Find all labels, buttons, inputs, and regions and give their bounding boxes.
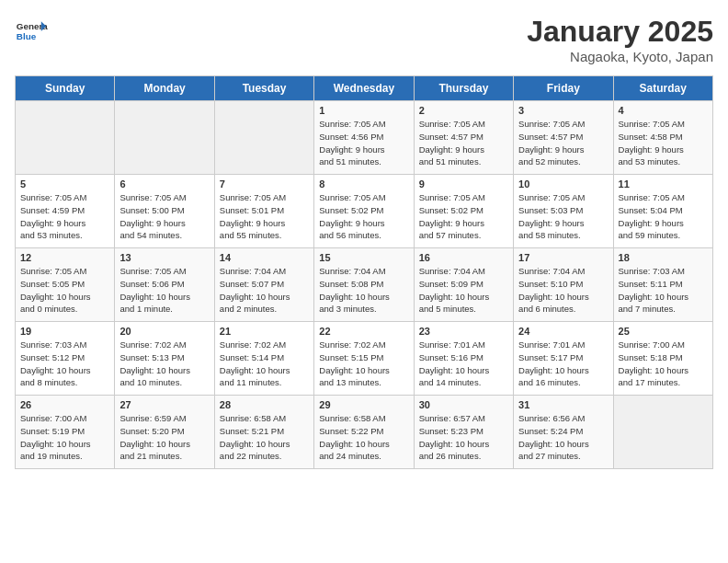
weekday-header-cell: Sunday	[16, 76, 115, 101]
day-info: Sunrise: 7:04 AM Sunset: 5:09 PM Dayligh…	[419, 265, 508, 316]
calendar-day-cell: 20Sunrise: 7:02 AM Sunset: 5:13 PM Dayli…	[115, 322, 214, 396]
day-info: Sunrise: 7:02 AM Sunset: 5:15 PM Dayligh…	[319, 339, 408, 389]
day-number: 26	[20, 399, 109, 410]
day-info: Sunrise: 7:04 AM Sunset: 5:08 PM Dayligh…	[319, 265, 408, 316]
day-info: Sunrise: 7:02 AM Sunset: 5:14 PM Dayligh…	[220, 339, 309, 389]
day-info: Sunrise: 7:05 AM Sunset: 4:57 PM Dayligh…	[419, 118, 508, 168]
day-info: Sunrise: 7:05 AM Sunset: 4:58 PM Dayligh…	[619, 118, 708, 168]
day-number: 22	[319, 326, 408, 337]
calendar-body: 1Sunrise: 7:05 AM Sunset: 4:56 PM Daylig…	[16, 101, 713, 469]
calendar-day-cell	[214, 101, 313, 175]
day-info: Sunrise: 7:05 AM Sunset: 5:01 PM Dayligh…	[220, 191, 309, 242]
day-info: Sunrise: 7:05 AM Sunset: 5:00 PM Dayligh…	[119, 191, 209, 242]
weekday-header-row: SundayMondayTuesdayWednesdayThursdayFrid…	[16, 76, 713, 101]
day-number: 14	[220, 252, 309, 263]
day-info: Sunrise: 7:00 AM Sunset: 5:18 PM Dayligh…	[619, 339, 708, 389]
calendar-day-cell: 5Sunrise: 7:05 AM Sunset: 4:59 PM Daylig…	[16, 175, 115, 248]
calendar-day-cell: 7Sunrise: 7:05 AM Sunset: 5:01 PM Daylig…	[214, 175, 313, 248]
calendar-day-cell: 9Sunrise: 7:05 AM Sunset: 5:02 PM Daylig…	[414, 175, 513, 248]
svg-text:Blue: Blue	[17, 31, 37, 41]
day-info: Sunrise: 7:05 AM Sunset: 5:02 PM Dayligh…	[419, 191, 508, 242]
logo-icon: General Blue	[15, 15, 48, 48]
weekday-header-cell: Monday	[115, 76, 214, 101]
day-info: Sunrise: 7:05 AM Sunset: 4:56 PM Dayligh…	[319, 118, 408, 168]
day-info: Sunrise: 7:01 AM Sunset: 5:16 PM Dayligh…	[419, 339, 508, 389]
calendar-title: January 2025	[527, 15, 713, 49]
day-info: Sunrise: 6:57 AM Sunset: 5:23 PM Dayligh…	[419, 412, 508, 463]
day-number: 1	[319, 105, 408, 116]
calendar-subtitle: Nagaoka, Kyoto, Japan	[527, 49, 713, 64]
day-number: 23	[419, 326, 508, 337]
day-number: 10	[518, 178, 608, 190]
calendar-day-cell	[16, 101, 115, 175]
day-number: 28	[220, 399, 309, 410]
day-info: Sunrise: 7:02 AM Sunset: 5:13 PM Dayligh…	[119, 339, 209, 389]
day-number: 9	[419, 178, 508, 190]
weekday-header-cell: Tuesday	[214, 76, 313, 101]
calendar-day-cell: 31Sunrise: 6:56 AM Sunset: 5:24 PM Dayli…	[514, 396, 613, 469]
calendar-day-cell: 23Sunrise: 7:01 AM Sunset: 5:16 PM Dayli…	[414, 322, 513, 396]
calendar-day-cell: 16Sunrise: 7:04 AM Sunset: 5:09 PM Dayli…	[414, 248, 513, 322]
weekday-header-cell: Saturday	[613, 76, 712, 101]
calendar-day-cell: 18Sunrise: 7:03 AM Sunset: 5:11 PM Dayli…	[613, 248, 712, 322]
calendar-day-cell: 29Sunrise: 6:58 AM Sunset: 5:22 PM Dayli…	[314, 396, 414, 469]
calendar-day-cell: 21Sunrise: 7:02 AM Sunset: 5:14 PM Dayli…	[214, 322, 313, 396]
calendar-day-cell	[613, 396, 712, 469]
calendar-day-cell: 3Sunrise: 7:05 AM Sunset: 4:57 PM Daylig…	[514, 101, 613, 175]
calendar-day-cell: 22Sunrise: 7:02 AM Sunset: 5:15 PM Dayli…	[314, 322, 414, 396]
calendar-day-cell: 13Sunrise: 7:05 AM Sunset: 5:06 PM Dayli…	[115, 248, 214, 322]
calendar-day-cell: 8Sunrise: 7:05 AM Sunset: 5:02 PM Daylig…	[314, 175, 414, 248]
title-block: January 2025 Nagaoka, Kyoto, Japan	[527, 15, 713, 64]
day-info: Sunrise: 7:05 AM Sunset: 4:57 PM Dayligh…	[518, 118, 608, 168]
day-number: 30	[419, 399, 508, 410]
day-info: Sunrise: 7:05 AM Sunset: 5:03 PM Dayligh…	[518, 191, 608, 242]
day-number: 16	[419, 252, 508, 263]
calendar-day-cell: 19Sunrise: 7:03 AM Sunset: 5:12 PM Dayli…	[16, 322, 115, 396]
calendar-day-cell: 28Sunrise: 6:58 AM Sunset: 5:21 PM Dayli…	[214, 396, 313, 469]
weekday-header-cell: Friday	[514, 76, 613, 101]
calendar-day-cell: 1Sunrise: 7:05 AM Sunset: 4:56 PM Daylig…	[314, 101, 414, 175]
calendar-day-cell: 6Sunrise: 7:05 AM Sunset: 5:00 PM Daylig…	[115, 175, 214, 248]
calendar-day-cell: 12Sunrise: 7:05 AM Sunset: 5:05 PM Dayli…	[16, 248, 115, 322]
day-number: 19	[20, 326, 109, 337]
day-info: Sunrise: 6:58 AM Sunset: 5:21 PM Dayligh…	[220, 412, 309, 463]
calendar-week-row: 19Sunrise: 7:03 AM Sunset: 5:12 PM Dayli…	[16, 322, 713, 396]
day-info: Sunrise: 7:05 AM Sunset: 5:02 PM Dayligh…	[319, 191, 408, 242]
day-info: Sunrise: 7:03 AM Sunset: 5:12 PM Dayligh…	[20, 339, 109, 389]
calendar-table: SundayMondayTuesdayWednesdayThursdayFrid…	[15, 75, 713, 469]
page-header: General Blue January 2025 Nagaoka, Kyoto…	[15, 15, 713, 64]
day-info: Sunrise: 6:58 AM Sunset: 5:22 PM Dayligh…	[319, 412, 408, 463]
logo: General Blue	[15, 15, 48, 48]
day-info: Sunrise: 6:56 AM Sunset: 5:24 PM Dayligh…	[518, 412, 608, 463]
calendar-day-cell: 14Sunrise: 7:04 AM Sunset: 5:07 PM Dayli…	[214, 248, 313, 322]
calendar-day-cell: 11Sunrise: 7:05 AM Sunset: 5:04 PM Dayli…	[613, 175, 712, 248]
day-info: Sunrise: 7:01 AM Sunset: 5:17 PM Dayligh…	[518, 339, 608, 389]
calendar-day-cell: 26Sunrise: 7:00 AM Sunset: 5:19 PM Dayli…	[16, 396, 115, 469]
day-number: 11	[619, 178, 708, 190]
calendar-day-cell: 4Sunrise: 7:05 AM Sunset: 4:58 PM Daylig…	[613, 101, 712, 175]
day-number: 2	[419, 105, 508, 116]
calendar-week-row: 26Sunrise: 7:00 AM Sunset: 5:19 PM Dayli…	[16, 396, 713, 469]
calendar-day-cell: 24Sunrise: 7:01 AM Sunset: 5:17 PM Dayli…	[514, 322, 613, 396]
calendar-week-row: 1Sunrise: 7:05 AM Sunset: 4:56 PM Daylig…	[16, 101, 713, 175]
calendar-day-cell: 10Sunrise: 7:05 AM Sunset: 5:03 PM Dayli…	[514, 175, 613, 248]
day-number: 8	[319, 178, 408, 190]
day-number: 17	[518, 252, 608, 263]
calendar-day-cell: 17Sunrise: 7:04 AM Sunset: 5:10 PM Dayli…	[514, 248, 613, 322]
weekday-header-cell: Wednesday	[314, 76, 414, 101]
day-number: 20	[119, 326, 209, 337]
day-number: 12	[20, 252, 109, 263]
calendar-day-cell: 30Sunrise: 6:57 AM Sunset: 5:23 PM Dayli…	[414, 396, 513, 469]
calendar-header: SundayMondayTuesdayWednesdayThursdayFrid…	[16, 76, 713, 101]
calendar-day-cell: 15Sunrise: 7:04 AM Sunset: 5:08 PM Dayli…	[314, 248, 414, 322]
day-number: 4	[619, 105, 708, 116]
day-number: 18	[619, 252, 708, 263]
day-info: Sunrise: 7:05 AM Sunset: 5:04 PM Dayligh…	[619, 191, 708, 242]
day-number: 13	[119, 252, 209, 263]
day-info: Sunrise: 7:04 AM Sunset: 5:07 PM Dayligh…	[220, 265, 309, 316]
day-number: 27	[119, 399, 209, 410]
day-number: 29	[319, 399, 408, 410]
day-info: Sunrise: 7:04 AM Sunset: 5:10 PM Dayligh…	[518, 265, 608, 316]
day-number: 25	[619, 326, 708, 337]
weekday-header-cell: Thursday	[414, 76, 513, 101]
